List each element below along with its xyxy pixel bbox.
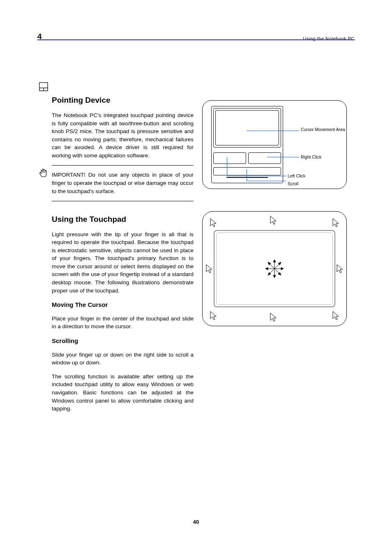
moving-cursor-body: Place your finger in the center of the t… bbox=[52, 315, 194, 331]
label-left-click: Left Click bbox=[288, 173, 305, 179]
header-rule bbox=[37, 39, 355, 40]
page: 4 Using the Notebook PC Pointing Device … bbox=[0, 0, 392, 555]
intro-paragraph: The Notebook PC's integrated touchpad po… bbox=[52, 111, 194, 159]
page-header: 4 Using the Notebook PC bbox=[37, 31, 355, 42]
cursor-icon bbox=[210, 218, 217, 228]
label-scroll: Scroll bbox=[288, 181, 298, 187]
svg-marker-10 bbox=[281, 267, 284, 270]
caution-text: IMPORTANT! Do not use any objects in pla… bbox=[52, 171, 194, 195]
cursor-icon bbox=[205, 264, 213, 274]
chapter-title: Using the Notebook PC bbox=[303, 36, 355, 42]
label-right-click: Right Click bbox=[301, 154, 321, 160]
cursor-icon bbox=[332, 218, 339, 228]
figure-touchpad-labeled: Cursor Movement Area Right Click Left Cl… bbox=[202, 100, 347, 189]
svg-marker-4 bbox=[273, 260, 276, 262]
footnote: The scrolling function is available afte… bbox=[52, 373, 194, 413]
scrolling-body: Slide your finger up or down on the righ… bbox=[52, 351, 194, 367]
using-paragraph: Light pressure with the tip of your fing… bbox=[52, 230, 194, 295]
chapter-number: 4 bbox=[37, 31, 42, 42]
svg-marker-8 bbox=[265, 267, 268, 270]
cursor-icon bbox=[270, 312, 277, 322]
page-number: 40 bbox=[0, 518, 392, 526]
scrolling-title: Scrolling bbox=[52, 336, 355, 345]
note-rule-bottom bbox=[52, 201, 194, 201]
cursor-icon bbox=[210, 311, 217, 320]
cursor-icon bbox=[332, 311, 339, 320]
figure-cursor-directions bbox=[202, 211, 347, 326]
cursor-icon bbox=[336, 264, 344, 274]
label-cursor-area: Cursor Movement Area bbox=[301, 127, 345, 133]
svg-marker-6 bbox=[273, 275, 276, 278]
note-rule-top bbox=[52, 165, 194, 166]
direction-burst-icon bbox=[265, 259, 284, 279]
cursor-icon bbox=[270, 215, 277, 225]
